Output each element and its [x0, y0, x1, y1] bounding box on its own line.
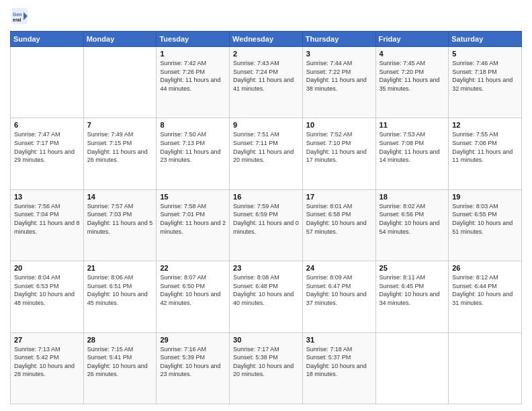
cell-content: Sunrise: 7:45 AMSunset: 7:20 PMDaylight:… [380, 59, 445, 93]
day-number: 11 [380, 121, 445, 129]
day-number: 5 [452, 50, 518, 58]
day-number: 31 [306, 336, 372, 344]
cell-content: Sunrise: 8:03 AMSunset: 6:55 PMDaylight:… [452, 202, 518, 236]
svg-text:Gen: Gen [13, 12, 22, 17]
calendar-cell: 9Sunrise: 7:51 AMSunset: 7:11 PMDaylight… [230, 118, 303, 189]
day-number: 19 [452, 193, 518, 201]
calendar-header-row: SundayMondayTuesdayWednesdayThursdayFrid… [11, 32, 522, 47]
day-number: 10 [306, 121, 372, 129]
cell-content: Sunrise: 8:04 AMSunset: 6:53 PMDaylight:… [14, 273, 80, 307]
calendar-week-4: 20Sunrise: 8:04 AMSunset: 6:53 PMDayligh… [11, 261, 522, 332]
day-header-thursday: Thursday [302, 32, 375, 47]
calendar-cell: 2Sunrise: 7:43 AMSunset: 7:24 PMDaylight… [230, 47, 303, 118]
cell-content: Sunrise: 7:17 AMSunset: 5:38 PMDaylight:… [233, 345, 299, 379]
cell-content: Sunrise: 7:55 AMSunset: 7:06 PMDaylight:… [452, 130, 518, 164]
calendar-cell [449, 332, 522, 404]
header: Gen eral [10, 7, 522, 26]
cell-content: Sunrise: 7:47 AMSunset: 7:17 PMDaylight:… [14, 130, 80, 164]
cell-content: Sunrise: 7:15 AMSunset: 5:41 PMDaylight:… [87, 345, 153, 379]
day-number: 27 [14, 336, 80, 344]
day-number: 26 [452, 264, 518, 272]
calendar-week-1: 1Sunrise: 7:42 AMSunset: 7:26 PMDaylight… [11, 47, 522, 118]
calendar-table: SundayMondayTuesdayWednesdayThursdayFrid… [10, 31, 522, 404]
calendar-cell: 3Sunrise: 7:44 AMSunset: 7:22 PMDaylight… [302, 47, 375, 118]
day-number: 13 [14, 193, 80, 201]
logo-icon: Gen eral [10, 7, 29, 26]
calendar-cell: 13Sunrise: 7:56 AMSunset: 7:04 PMDayligh… [11, 189, 84, 261]
cell-content: Sunrise: 7:18 AMSunset: 5:37 PMDaylight:… [306, 345, 372, 379]
calendar-cell: 21Sunrise: 8:06 AMSunset: 6:51 PMDayligh… [83, 261, 157, 332]
calendar-week-2: 6Sunrise: 7:47 AMSunset: 7:17 PMDaylight… [11, 118, 522, 189]
day-number: 29 [160, 336, 226, 344]
calendar-cell: 11Sunrise: 7:53 AMSunset: 7:08 PMDayligh… [375, 118, 449, 189]
cell-content: Sunrise: 7:53 AMSunset: 7:08 PMDaylight:… [380, 130, 445, 164]
cell-content: Sunrise: 7:51 AMSunset: 7:11 PMDaylight:… [233, 130, 299, 164]
day-number: 8 [160, 121, 226, 129]
day-header-wednesday: Wednesday [230, 32, 303, 47]
day-header-friday: Friday [375, 32, 449, 47]
calendar-week-3: 13Sunrise: 7:56 AMSunset: 7:04 PMDayligh… [11, 189, 522, 261]
calendar-cell: 30Sunrise: 7:17 AMSunset: 5:38 PMDayligh… [230, 332, 303, 404]
calendar-cell [11, 47, 84, 118]
cell-content: Sunrise: 7:16 AMSunset: 5:39 PMDaylight:… [160, 345, 226, 379]
day-number: 4 [380, 50, 445, 58]
calendar-cell: 22Sunrise: 8:07 AMSunset: 6:50 PMDayligh… [157, 261, 230, 332]
day-number: 3 [306, 50, 372, 58]
calendar-cell: 23Sunrise: 8:08 AMSunset: 6:48 PMDayligh… [230, 261, 303, 332]
calendar-cell: 24Sunrise: 8:09 AMSunset: 6:47 PMDayligh… [302, 261, 375, 332]
calendar-cell: 16Sunrise: 7:59 AMSunset: 6:59 PMDayligh… [230, 189, 303, 261]
cell-content: Sunrise: 8:08 AMSunset: 6:48 PMDaylight:… [233, 273, 299, 307]
day-number: 14 [87, 193, 153, 201]
calendar-cell: 1Sunrise: 7:42 AMSunset: 7:26 PMDaylight… [157, 47, 230, 118]
cell-content: Sunrise: 7:50 AMSunset: 7:13 PMDaylight:… [160, 130, 226, 164]
cell-content: Sunrise: 8:06 AMSunset: 6:51 PMDaylight:… [87, 273, 153, 307]
svg-text:eral: eral [13, 17, 21, 22]
calendar-cell: 4Sunrise: 7:45 AMSunset: 7:20 PMDaylight… [375, 47, 449, 118]
cell-content: Sunrise: 7:44 AMSunset: 7:22 PMDaylight:… [306, 59, 372, 93]
calendar-cell: 8Sunrise: 7:50 AMSunset: 7:13 PMDaylight… [157, 118, 230, 189]
calendar-cell: 7Sunrise: 7:49 AMSunset: 7:15 PMDaylight… [83, 118, 157, 189]
day-number: 15 [160, 193, 226, 201]
calendar-cell [83, 47, 157, 118]
calendar-cell: 25Sunrise: 8:11 AMSunset: 6:45 PMDayligh… [375, 261, 449, 332]
calendar-cell: 28Sunrise: 7:15 AMSunset: 5:41 PMDayligh… [83, 332, 157, 404]
cell-content: Sunrise: 8:12 AMSunset: 6:44 PMDaylight:… [452, 273, 518, 307]
calendar-cell [375, 332, 449, 404]
day-number: 28 [87, 336, 153, 344]
calendar-cell: 12Sunrise: 7:55 AMSunset: 7:06 PMDayligh… [449, 118, 522, 189]
day-number: 18 [380, 193, 445, 201]
day-number: 30 [233, 336, 299, 344]
cell-content: Sunrise: 7:43 AMSunset: 7:24 PMDaylight:… [233, 59, 299, 93]
cell-content: Sunrise: 7:58 AMSunset: 7:01 PMDaylight:… [160, 202, 226, 236]
day-number: 22 [160, 264, 226, 272]
calendar-cell: 14Sunrise: 7:57 AMSunset: 7:03 PMDayligh… [83, 189, 157, 261]
calendar-cell: 18Sunrise: 8:02 AMSunset: 6:56 PMDayligh… [375, 189, 449, 261]
day-header-saturday: Saturday [449, 32, 522, 47]
day-number: 12 [452, 121, 518, 129]
day-number: 9 [233, 121, 299, 129]
cell-content: Sunrise: 8:01 AMSunset: 6:58 PMDaylight:… [306, 202, 372, 236]
calendar-cell: 26Sunrise: 8:12 AMSunset: 6:44 PMDayligh… [449, 261, 522, 332]
cell-content: Sunrise: 7:13 AMSunset: 5:42 PMDaylight:… [14, 345, 80, 379]
cell-content: Sunrise: 8:02 AMSunset: 6:56 PMDaylight:… [380, 202, 445, 236]
calendar-cell: 31Sunrise: 7:18 AMSunset: 5:37 PMDayligh… [302, 332, 375, 404]
day-number: 16 [233, 193, 299, 201]
logo: Gen eral [10, 7, 30, 26]
day-number: 23 [233, 264, 299, 272]
day-number: 21 [87, 264, 153, 272]
day-number: 6 [14, 121, 80, 129]
cell-content: Sunrise: 8:09 AMSunset: 6:47 PMDaylight:… [306, 273, 372, 307]
day-number: 1 [160, 50, 226, 58]
day-number: 25 [380, 264, 445, 272]
cell-content: Sunrise: 7:49 AMSunset: 7:15 PMDaylight:… [87, 130, 153, 164]
calendar-cell: 27Sunrise: 7:13 AMSunset: 5:42 PMDayligh… [11, 332, 84, 404]
calendar-cell: 10Sunrise: 7:52 AMSunset: 7:10 PMDayligh… [302, 118, 375, 189]
day-number: 17 [306, 193, 372, 201]
calendar-cell: 6Sunrise: 7:47 AMSunset: 7:17 PMDaylight… [11, 118, 84, 189]
day-number: 24 [306, 264, 372, 272]
calendar-week-5: 27Sunrise: 7:13 AMSunset: 5:42 PMDayligh… [11, 332, 522, 404]
day-header-tuesday: Tuesday [157, 32, 230, 47]
cell-content: Sunrise: 7:42 AMSunset: 7:26 PMDaylight:… [160, 59, 226, 93]
calendar-cell: 29Sunrise: 7:16 AMSunset: 5:39 PMDayligh… [157, 332, 230, 404]
calendar-cell: 17Sunrise: 8:01 AMSunset: 6:58 PMDayligh… [302, 189, 375, 261]
